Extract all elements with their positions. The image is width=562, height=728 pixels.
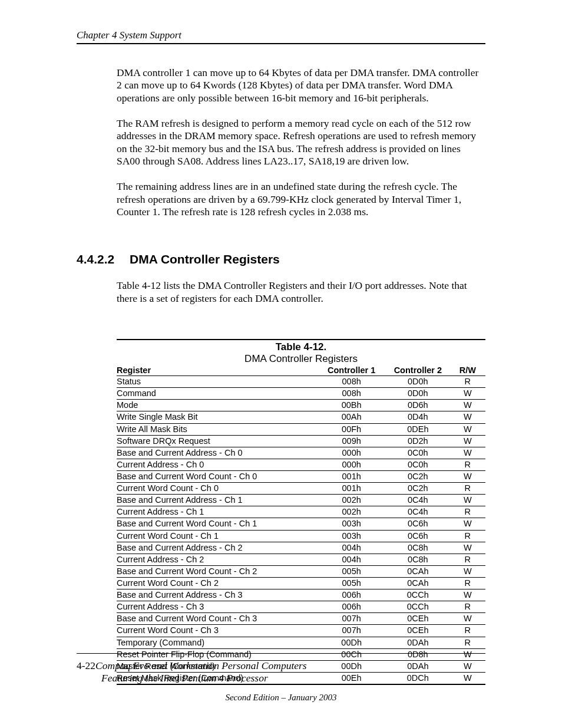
cell-register: Current Word Count - Ch 0 bbox=[117, 483, 319, 495]
cell-controller-2: 0C2h bbox=[386, 471, 452, 483]
cell-controller-2: 0C4h bbox=[386, 495, 452, 506]
cell-controller-2: 0C4h bbox=[386, 506, 452, 518]
cell-register: Write Single Mask Bit bbox=[117, 411, 319, 423]
cell-register: Base and Current Address - Ch 3 bbox=[117, 589, 319, 601]
cell-register: Base and Current Address - Ch 0 bbox=[117, 447, 319, 459]
page-number: 4-22 bbox=[77, 660, 95, 671]
table-row: Base and Current Word Count - Ch 3007h0C… bbox=[117, 613, 485, 625]
cell-controller-2: 0D0h bbox=[386, 388, 452, 400]
cell-rw: W bbox=[452, 423, 485, 435]
cell-controller-2: 0CEh bbox=[386, 625, 452, 637]
cell-controller-2: 0D4h bbox=[386, 411, 452, 423]
cell-controller-1: 003h bbox=[319, 518, 386, 530]
cell-rw: W bbox=[452, 565, 485, 577]
table-row: Write All Mask Bits00Fh0DEhW bbox=[117, 423, 485, 435]
cell-rw: R bbox=[452, 637, 485, 648]
cell-controller-2: 0D6h bbox=[386, 400, 452, 411]
table-row: Current Word Count - Ch 3007h0CEhR bbox=[117, 625, 485, 637]
cell-controller-2: 0CAh bbox=[386, 565, 452, 577]
footer-edition: Second Edition – January 2003 bbox=[77, 693, 485, 703]
cell-rw: R bbox=[452, 506, 485, 518]
cell-register: Software DRQx Request bbox=[117, 435, 319, 447]
cell-rw: R bbox=[452, 376, 485, 388]
running-header: Chapter 4 System Support bbox=[77, 29, 485, 44]
cell-register: Current Address - Ch 2 bbox=[117, 554, 319, 565]
footer-title-2: Featuring the Intel Pentium 4 Processor bbox=[101, 672, 485, 684]
cell-controller-2: 0DAh bbox=[386, 637, 452, 648]
paragraph-1: DMA controller 1 can move up to 64 Kbyte… bbox=[117, 67, 485, 104]
table-row: Base and Current Address - Ch 2004h0C8hW bbox=[117, 542, 485, 554]
page-footer: 4-22Compaq Evo and Workstation Personal … bbox=[77, 653, 485, 703]
th-controller-1: Controller 1 bbox=[319, 365, 386, 376]
table-row: Status008h0D0hR bbox=[117, 376, 485, 388]
cell-register: Status bbox=[117, 376, 319, 388]
cell-rw: W bbox=[452, 447, 485, 459]
cell-controller-1: 007h bbox=[319, 613, 386, 625]
footer-title-1: Compaq Evo and Workstation Personal Comp… bbox=[95, 660, 307, 671]
cell-controller-2: 0C2h bbox=[386, 483, 452, 495]
cell-register: Base and Current Word Count - Ch 0 bbox=[117, 471, 319, 483]
cell-controller-1: 006h bbox=[319, 601, 386, 613]
cell-rw: R bbox=[452, 530, 485, 542]
th-register: Register bbox=[117, 365, 319, 376]
cell-rw: R bbox=[452, 554, 485, 565]
cell-controller-2: 0CEh bbox=[386, 613, 452, 625]
cell-controller-1: 00Ah bbox=[319, 411, 386, 423]
cell-register: Base and Current Word Count - Ch 1 bbox=[117, 518, 319, 530]
cell-controller-2: 0CCh bbox=[386, 589, 452, 601]
cell-register: Command bbox=[117, 388, 319, 400]
cell-rw: R bbox=[452, 601, 485, 613]
table-row: Base and Current Address - Ch 0000h0C0hW bbox=[117, 447, 485, 459]
cell-controller-2: 0C8h bbox=[386, 554, 452, 565]
section-heading: 4.4.2.2DMA Controller Registers bbox=[77, 252, 485, 266]
table-row: Current Address - Ch 1002h0C4hR bbox=[117, 506, 485, 518]
table-row: Current Word Count - Ch 0001h0C2hR bbox=[117, 483, 485, 495]
cell-register: Mode bbox=[117, 400, 319, 411]
cell-controller-1: 008h bbox=[319, 376, 386, 388]
table-row: Base and Current Word Count - Ch 0001h0C… bbox=[117, 471, 485, 483]
cell-controller-2: 0C6h bbox=[386, 518, 452, 530]
table-header-row: Register Controller 1 Controller 2 R/W bbox=[117, 365, 485, 376]
cell-rw: W bbox=[452, 542, 485, 554]
cell-controller-2: 0D0h bbox=[386, 376, 452, 388]
cell-register: Current Address - Ch 1 bbox=[117, 506, 319, 518]
paragraph-2: The RAM refresh is designed to perform a… bbox=[117, 117, 485, 167]
table-row: Command008h0D0hW bbox=[117, 388, 485, 400]
cell-controller-1: 001h bbox=[319, 483, 386, 495]
cell-controller-1: 003h bbox=[319, 530, 386, 542]
cell-rw: W bbox=[452, 613, 485, 625]
table-row: Current Word Count - Ch 2005h0CAhR bbox=[117, 577, 485, 589]
table-row: Current Address - Ch 2004h0C8hR bbox=[117, 554, 485, 565]
cell-controller-1: 00Dh bbox=[319, 637, 386, 648]
cell-register: Current Word Count - Ch 2 bbox=[117, 577, 319, 589]
table-number: Table 4-12. bbox=[276, 341, 327, 353]
table-row: Current Word Count - Ch 1003h0C6hR bbox=[117, 530, 485, 542]
table-title: DMA Controller Registers bbox=[117, 353, 485, 365]
cell-register: Base and Current Address - Ch 2 bbox=[117, 542, 319, 554]
cell-controller-2: 0C0h bbox=[386, 459, 452, 470]
cell-controller-1: 004h bbox=[319, 542, 386, 554]
table-row: Base and Current Address - Ch 3006h0CChW bbox=[117, 589, 485, 601]
table-row: Software DRQx Request009h0D2hW bbox=[117, 435, 485, 447]
table-row: Current Address - Ch 3006h0CChR bbox=[117, 601, 485, 613]
cell-controller-1: 008h bbox=[319, 388, 386, 400]
section-title: DMA Controller Registers bbox=[130, 252, 280, 266]
section-number: 4.4.2.2 bbox=[77, 252, 130, 266]
cell-register: Current Word Count - Ch 1 bbox=[117, 530, 319, 542]
cell-rw: W bbox=[452, 435, 485, 447]
cell-rw: W bbox=[452, 589, 485, 601]
cell-rw: W bbox=[452, 495, 485, 506]
table-row: Mode00Bh0D6hW bbox=[117, 400, 485, 411]
cell-register: Base and Current Address - Ch 1 bbox=[117, 495, 319, 506]
table-row: Write Single Mask Bit00Ah0D4hW bbox=[117, 411, 485, 423]
cell-controller-1: 002h bbox=[319, 506, 386, 518]
cell-controller-2: 0CAh bbox=[386, 577, 452, 589]
cell-rw: R bbox=[452, 459, 485, 470]
cell-rw: R bbox=[452, 625, 485, 637]
cell-register: Temporary (Command) bbox=[117, 637, 319, 648]
cell-register: Write All Mask Bits bbox=[117, 423, 319, 435]
table-row: Base and Current Word Count - Ch 1003h0C… bbox=[117, 518, 485, 530]
cell-register: Current Address - Ch 3 bbox=[117, 601, 319, 613]
cell-controller-1: 000h bbox=[319, 459, 386, 470]
cell-register: Base and Current Word Count - Ch 2 bbox=[117, 565, 319, 577]
